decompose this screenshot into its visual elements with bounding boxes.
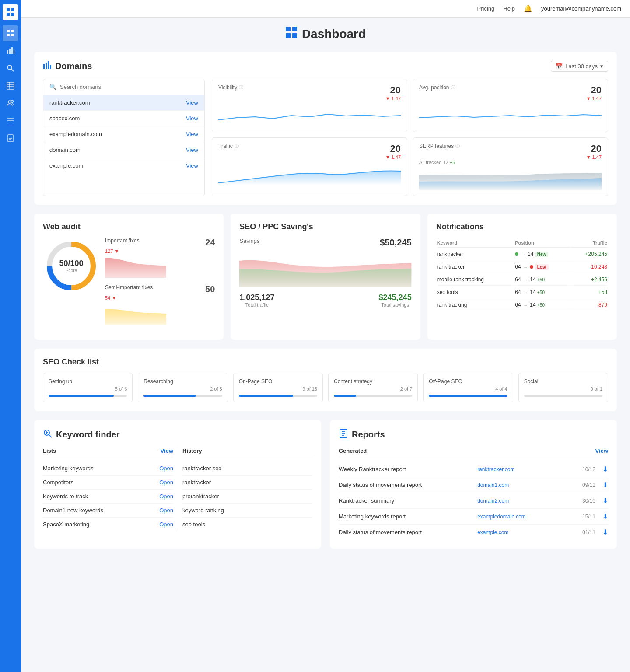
checklist-item[interactable]: Researching 2 of 3 xyxy=(138,373,228,402)
kw-history-item: proranktracker xyxy=(182,490,312,504)
rep-domain[interactable]: domain2.com xyxy=(477,498,579,504)
domain-row[interactable]: exampledomain.com View xyxy=(43,126,204,142)
rep-domain[interactable]: ranktracker.com xyxy=(477,466,579,472)
rep-domain[interactable]: exampledomain.com xyxy=(477,514,579,520)
check-progress: 4 of 4 xyxy=(429,386,507,392)
sidebar-logo[interactable] xyxy=(3,4,18,20)
download-icon[interactable]: ⬇ xyxy=(602,481,608,489)
kw-list-item: Marketing keywords Open xyxy=(43,462,173,476)
kw-open[interactable]: Open xyxy=(159,479,173,486)
rep-domain[interactable]: domain1.com xyxy=(477,482,579,488)
domain-view-link[interactable]: View xyxy=(186,131,198,137)
svg-rect-8 xyxy=(7,50,8,54)
info-icon: ⓘ xyxy=(455,143,460,149)
checklist-section: SEO Check list Setting up 5 of 6 Researc… xyxy=(34,349,617,411)
domain-view-link[interactable]: View xyxy=(186,115,198,122)
domain-row[interactable]: domain.com View xyxy=(43,142,204,158)
domain-view-link[interactable]: View xyxy=(186,162,198,169)
dot-green xyxy=(515,252,518,256)
kw-history-name: seo tools xyxy=(182,521,205,528)
metric-chart xyxy=(419,105,602,126)
svg-rect-32 xyxy=(46,63,47,69)
domain-row[interactable]: spacex.com View xyxy=(43,111,204,126)
download-icon[interactable]: ⬇ xyxy=(602,528,608,536)
fix-sub: 54 ▼ xyxy=(105,295,215,301)
kw-open[interactable]: Open xyxy=(159,465,173,472)
info-icon: ⓘ xyxy=(451,84,455,91)
metric-change: ▼ 1.47 xyxy=(385,96,401,101)
svg-line-13 xyxy=(11,69,14,71)
dot-red xyxy=(530,265,533,269)
fix-chart xyxy=(105,254,166,278)
sidebar-item-users[interactable] xyxy=(3,95,18,111)
date-filter[interactable]: 📅 Last 30 days ▾ xyxy=(551,61,608,72)
kw-history-header: History xyxy=(182,448,312,457)
fix-num: 50 xyxy=(205,284,215,294)
domain-row[interactable]: example.com View xyxy=(43,158,204,173)
sidebar-item-search[interactable] xyxy=(3,60,18,76)
checklist-item[interactable]: Content strategy 2 of 7 xyxy=(328,373,418,402)
download-icon[interactable]: ⬇ xyxy=(602,512,608,521)
notif-row: rank tracker 64 → Lost -10,248 xyxy=(437,261,607,273)
sidebar-item-list[interactable] xyxy=(3,113,18,129)
domain-name: spacex.com xyxy=(49,115,80,122)
help-link[interactable]: Help xyxy=(503,5,515,12)
notif-traffic: +2,456 xyxy=(571,274,607,286)
download-icon[interactable]: ⬇ xyxy=(602,465,608,473)
domains-icon xyxy=(43,61,52,72)
kw-open[interactable]: Open xyxy=(159,521,173,528)
pricing-link[interactable]: Pricing xyxy=(477,5,495,12)
metric-label: Avg. position ⓘ xyxy=(419,84,455,91)
kw-history-name: keyword ranking xyxy=(182,507,224,514)
download-icon[interactable]: ⬇ xyxy=(602,497,608,505)
kw-inner: Lists View Marketing keywords Open Compe… xyxy=(43,448,312,531)
kw-lists-header: Lists View xyxy=(43,448,173,457)
sidebar-item-doc[interactable] xyxy=(3,130,18,146)
checklist-item[interactable]: Setting up 5 of 6 xyxy=(43,373,133,402)
check-name: On-Page SEO xyxy=(239,378,317,385)
notif-position: 64 → 14 +50 xyxy=(515,274,570,286)
reports-view[interactable]: View xyxy=(595,448,608,454)
rep-name: Daily status of movements report xyxy=(339,529,474,536)
notif-row: ranktracker → 14 New +205,245 xyxy=(437,248,607,260)
arrow-icon: → xyxy=(523,303,528,308)
notif-row: seo tools 64 → 14 +50 +58 xyxy=(437,287,607,298)
domain-view-link[interactable]: View xyxy=(186,147,198,153)
rep-domain[interactable]: example.com xyxy=(477,529,579,536)
svg-rect-3 xyxy=(11,13,14,16)
kw-lists-view[interactable]: View xyxy=(161,448,173,454)
rep-date: 30/10 xyxy=(582,498,595,504)
svg-rect-34 xyxy=(50,65,51,69)
checklist-item[interactable]: On-Page SEO 9 of 13 xyxy=(233,373,323,402)
kw-list-item: SpaceX marketing Open xyxy=(43,518,173,531)
sidebar-item-analytics[interactable] xyxy=(3,43,18,59)
metric-label: Visibility ⓘ xyxy=(218,84,243,91)
check-bar-fill xyxy=(239,395,293,397)
kw-open[interactable]: Open xyxy=(159,493,173,500)
info-icon: ⓘ xyxy=(239,84,243,91)
fix-chart xyxy=(105,301,166,325)
domain-row[interactable]: ranktracker.com View xyxy=(43,95,204,111)
notif-row: rank tracking 64 → 14 +50 -879 xyxy=(437,299,607,311)
checklist-item[interactable]: Off-Page SEO 4 of 4 xyxy=(423,373,513,402)
sidebar-item-dashboard[interactable] xyxy=(3,25,18,41)
checklist-item[interactable]: Social 0 of 1 xyxy=(518,373,608,402)
kw-open[interactable]: Open xyxy=(159,507,173,514)
check-bar-bg xyxy=(144,395,222,397)
reports-header: Generated View xyxy=(339,448,608,457)
notifications-bell[interactable]: 🔔 xyxy=(524,4,532,13)
kw-lists-col: Lists View Marketing keywords Open Compe… xyxy=(43,448,178,531)
check-progress: 5 of 6 xyxy=(49,386,127,392)
svg-rect-30 xyxy=(292,33,297,38)
position-to: 14 xyxy=(530,289,536,295)
svg-point-12 xyxy=(7,65,12,70)
position-badge: +50 xyxy=(537,303,545,308)
position-badge: +50 xyxy=(537,290,545,295)
user-email[interactable]: youremail@companyname.com xyxy=(541,5,621,12)
domain-view-link[interactable]: View xyxy=(186,99,198,106)
sidebar-item-table[interactable] xyxy=(3,78,18,94)
savings-label: Savings xyxy=(239,238,259,244)
rep-name: Daily status of movements report xyxy=(339,482,474,488)
kw-history-item: ranktracker seo xyxy=(182,462,312,476)
search-input[interactable] xyxy=(60,84,198,90)
